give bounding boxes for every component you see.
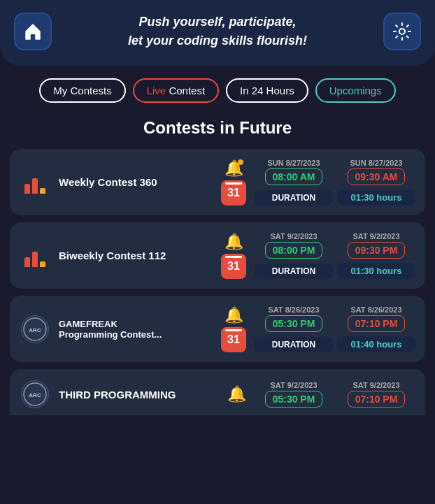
start-col-2: SAT 9/2/2023 08:00 PM (255, 232, 333, 259)
tab-in-24-hours[interactable]: In 24 Hours (226, 78, 308, 103)
contest-name: Weekly Contest 360 (59, 176, 213, 188)
bell-icon: 🔔 (224, 159, 243, 178)
start-date-3: SAT 8/26/2023 (268, 305, 319, 314)
duration-value-3: 01:40 hours (337, 336, 415, 352)
svg-rect-0 (31, 34, 35, 39)
contest-card-weekly-360[interactable]: Weekly Contest 360 🔔 31 SUN 8/27/2023 08… (10, 149, 425, 215)
tab-my-contests[interactable]: My Contests (39, 78, 125, 103)
arcader-logo-4: ARC (20, 379, 50, 410)
start-date: SUN 8/27/2023 (267, 159, 320, 167)
end-time-3: 07:10 PM (348, 315, 406, 332)
tab-live-contest[interactable]: Live Contest (133, 78, 219, 103)
times-block-3: SAT 8/26/2023 05:30 PM SAT 8/26/2023 07:… (255, 305, 415, 352)
start-col-4: SAT 9/2/2023 05:30 PM (255, 381, 333, 408)
end-time-2: 09:30 PM (348, 242, 406, 259)
contest-name-2: Biweekly Contest 112 (59, 250, 213, 261)
end-col-4: SAT 9/2/2023 07:10 PM (337, 381, 415, 408)
start-time: 08:00 AM (265, 168, 323, 185)
bell-calendar-group-3: 🔔 31 (221, 306, 246, 352)
page-title: Contests in Future (0, 118, 435, 138)
duration-value-2: 01:30 hours (337, 263, 415, 279)
header: Push yourself, participate, let your cod… (0, 0, 435, 66)
dates-row-4: SAT 9/2/2023 05:30 PM SAT 9/2/2023 07:10… (255, 381, 415, 408)
duration-label-2: DURATION (255, 264, 333, 279)
bell-calendar-group-2: 🔔 31 (221, 233, 246, 279)
svg-point-1 (399, 29, 405, 34)
times-block-2: SAT 9/2/2023 08:00 PM SAT 9/2/2023 09:30… (255, 232, 415, 279)
contest-name-3: GAMEFREAK Programming Contest... (59, 319, 213, 340)
times-block: SUN 8/27/2023 08:00 AM SUN 8/27/2023 09:… (255, 159, 415, 206)
start-time-3: 05:30 PM (265, 315, 323, 332)
duration-row: DURATION 01:30 hours (255, 189, 415, 206)
end-time: 09:30 AM (348, 168, 406, 185)
home-icon (22, 21, 43, 42)
dates-row-3: SAT 8/26/2023 05:30 PM SAT 8/26/2023 07:… (255, 305, 415, 332)
contest-card-biweekly-112[interactable]: Biweekly Contest 112 🔔 31 SAT 9/2/2023 0… (10, 222, 425, 289)
codeforces-logo-2 (20, 240, 50, 271)
contest-label: Contest (166, 85, 205, 96)
calendar-icon-3: 31 (221, 327, 246, 352)
end-date-2: SAT 9/2/2023 (352, 232, 399, 240)
contest-name-4: THIRD PROGRAMMING (59, 389, 219, 401)
contest-list: Weekly Contest 360 🔔 31 SUN 8/27/2023 08… (0, 149, 435, 415)
dates-row-2: SAT 9/2/2023 08:00 PM SAT 9/2/2023 09:30… (255, 232, 415, 259)
arcader-logo-img: ARC (21, 315, 49, 343)
start-time-2: 08:00 PM (265, 242, 323, 259)
start-time-4: 05:30 PM (265, 391, 323, 408)
bell-calendar-group-4: 🔔 (227, 385, 246, 403)
end-date-4: SAT 9/2/2023 (352, 381, 399, 389)
nav-tabs: My Contests Live Contest In 24 Hours Upc… (0, 66, 435, 115)
duration-label-3: DURATION (255, 337, 333, 352)
codeforces-logo (20, 167, 50, 198)
end-time-4: 07:10 PM (348, 391, 406, 408)
header-tagline: Push yourself, participate, let your cod… (52, 13, 383, 50)
svg-text:ARC: ARC (29, 327, 41, 333)
start-col-3: SAT 8/26/2023 05:30 PM (255, 305, 333, 332)
svg-text:ARC: ARC (29, 392, 41, 398)
end-col-2: SAT 9/2/2023 09:30 PM (337, 232, 415, 259)
contest-card-third[interactable]: ARC THIRD PROGRAMMING 🔔 SAT 9/2/2023 05:… (10, 369, 425, 415)
contest-card-gamefreak[interactable]: ARC GAMEFREAK Programming Contest... 🔔 3… (10, 296, 425, 362)
end-date-3: SAT 8/26/2023 (350, 305, 401, 314)
duration-label: DURATION (255, 190, 333, 206)
start-date-2: SAT 9/2/2023 (270, 232, 317, 240)
end-col-3: SAT 8/26/2023 07:10 PM (337, 305, 415, 332)
bell-calendar-group: 🔔 31 (221, 159, 246, 206)
bell-icon-2: 🔔 (224, 233, 243, 251)
calendar-icon: 31 (221, 180, 246, 206)
start-col: SUN 8/27/2023 08:00 AM (255, 159, 333, 185)
start-date-4: SAT 9/2/2023 (270, 381, 317, 389)
bell-icon-3: 🔔 (224, 306, 243, 324)
duration-row-3: DURATION 01:40 hours (255, 336, 415, 352)
arcader-logo: ARC (20, 314, 50, 345)
end-date: SUN 8/27/2023 (350, 159, 402, 167)
bell-icon-4: 🔔 (227, 385, 246, 403)
settings-button[interactable] (383, 13, 421, 50)
arcader-svg-4: ARC (23, 382, 47, 406)
dates-row: SUN 8/27/2023 08:00 AM SUN 8/27/2023 09:… (255, 159, 415, 185)
calendar-icon-2: 31 (221, 254, 246, 279)
end-col: SUN 8/27/2023 09:30 AM (337, 159, 415, 185)
bell-dot (238, 159, 243, 165)
duration-value: 01:30 hours (337, 189, 415, 206)
duration-row-2: DURATION 01:30 hours (255, 263, 415, 279)
home-button[interactable] (14, 13, 52, 50)
arcader-svg: ARC (23, 317, 47, 341)
tab-upcomings[interactable]: Upcomings (315, 78, 396, 103)
times-block-4: SAT 9/2/2023 05:30 PM SAT 9/2/2023 07:10… (255, 381, 415, 408)
gear-icon (392, 21, 413, 42)
arcader-logo-img-4: ARC (21, 380, 49, 408)
live-label: Live (147, 85, 166, 96)
